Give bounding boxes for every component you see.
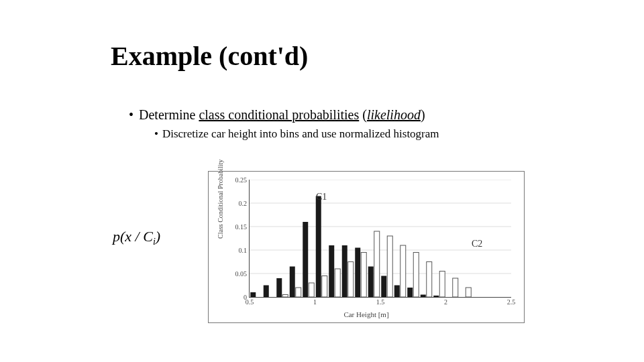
- y-tick: 0.2: [239, 200, 248, 207]
- annotation-c2: C2: [472, 239, 482, 249]
- bullet1-text-pre: Determine: [139, 107, 199, 122]
- bullet-level-2: •Discretize car height into bins and use…: [154, 127, 439, 141]
- bullet1-paren-close: ): [421, 107, 425, 122]
- bar-c2: [400, 245, 406, 297]
- bar-c2: [282, 295, 288, 298]
- formula-text: p(x / C: [113, 228, 153, 245]
- bar-c2: [453, 278, 458, 297]
- slide: { "title": "Example (cont'd)", "bullet1_…: [0, 0, 644, 362]
- bar-c2: [296, 288, 301, 297]
- bar-c1: [368, 267, 374, 298]
- y-axis-label: Class Conditional Probability: [217, 160, 224, 239]
- bullet2-text: Discretize car height into bins and use …: [162, 127, 439, 140]
- x-tick: 2: [444, 298, 447, 306]
- bar-c1: [407, 288, 413, 297]
- bar-c1: [381, 276, 386, 298]
- bullet1-italic: likelihood: [367, 107, 421, 122]
- bar-c1: [264, 286, 269, 298]
- y-tick: 0.25: [235, 176, 248, 184]
- bar-c2: [413, 253, 419, 298]
- x-tick: 1.5: [376, 298, 385, 306]
- bar-c2: [374, 231, 380, 297]
- x-axis-label: Car Height [m]: [209, 310, 524, 318]
- bar-c1: [342, 245, 347, 297]
- bar-c2: [439, 272, 445, 298]
- bar-c2: [309, 283, 314, 297]
- bar-c2: [387, 236, 392, 297]
- annotation-c1: C1: [316, 192, 327, 202]
- slide-title: Example (cont'd): [111, 40, 308, 72]
- x-tick: 1: [313, 298, 317, 306]
- bar-c1: [355, 248, 360, 298]
- bar-c1: [433, 296, 439, 297]
- bar-c1: [421, 295, 426, 298]
- bar-c2: [348, 262, 354, 298]
- bar-c1: [316, 196, 321, 298]
- bullet-dot-icon: •: [154, 127, 158, 140]
- histogram-chart: Class Conditional Probability 00.050.10.…: [208, 171, 525, 323]
- bar-c1: [394, 286, 400, 298]
- formula-close: ): [156, 228, 160, 245]
- x-tick: 2.5: [507, 298, 516, 306]
- bar-c1: [329, 245, 334, 297]
- bar-c2: [335, 269, 340, 297]
- bullet1-paren-open: (: [359, 107, 367, 122]
- y-tick: 0.15: [235, 223, 248, 231]
- y-tick: 0.05: [235, 270, 248, 278]
- bar-c1: [290, 267, 295, 298]
- likelihood-formula: p(x / Ci): [113, 228, 160, 247]
- bar-c2: [322, 276, 327, 298]
- bar-c2: [466, 288, 471, 297]
- bullet-dot-icon: •: [129, 107, 133, 122]
- y-tick: 0.1: [239, 247, 248, 254]
- x-tick: 0.5: [246, 298, 254, 306]
- bar-c2: [361, 253, 366, 298]
- bar-c2: [427, 262, 432, 298]
- bar-c1: [303, 222, 308, 297]
- bullet1-text-mid: class conditional probabilities: [199, 107, 359, 122]
- bar-c1: [276, 278, 282, 297]
- bullet-level-1: •Determine class conditional probabiliti…: [129, 107, 425, 123]
- bar-c1: [250, 292, 256, 297]
